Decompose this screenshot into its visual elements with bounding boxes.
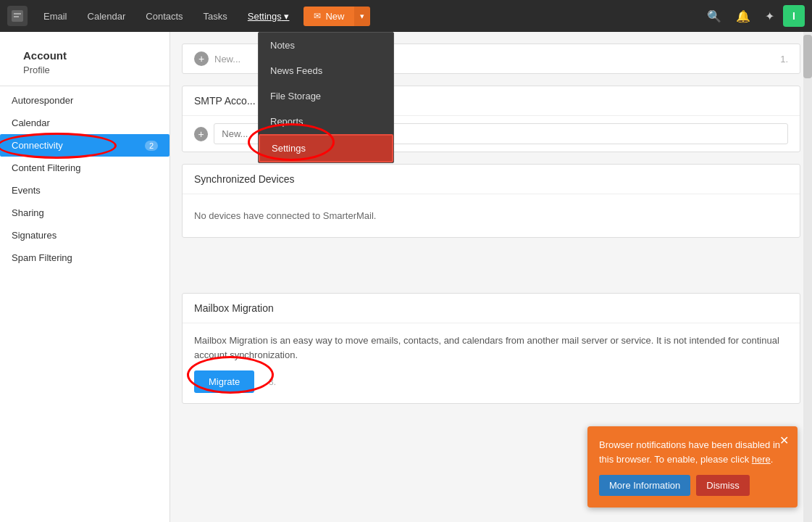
synchronized-devices-body: No devices have connected to SmarterMail… bbox=[183, 194, 800, 237]
migration-description: Mailbox Migration is an easy way to move… bbox=[194, 334, 788, 362]
sidebar-item-connectivity[interactable]: Connectivity 2 bbox=[0, 134, 169, 157]
scrollbar-thumb[interactable] bbox=[803, 35, 812, 78]
sidebar-item-events[interactable]: Events bbox=[0, 179, 169, 202]
sidebar-divider-1 bbox=[0, 86, 169, 86]
notification-text: Browser notifications have been disabled… bbox=[599, 438, 786, 466]
dropdown-reports[interactable]: Reports bbox=[259, 109, 393, 134]
sidebar-item-content-filtering[interactable]: Content Filtering bbox=[0, 157, 169, 179]
devices-message: No devices have connected to SmarterMail… bbox=[194, 204, 788, 227]
add-button-1[interactable]: + bbox=[194, 51, 209, 66]
notification-banner: ✕ Browser notifications have been disabl… bbox=[587, 426, 798, 508]
notification-link[interactable]: here bbox=[752, 454, 771, 465]
step-3-label: 3. bbox=[269, 377, 276, 387]
nav-settings[interactable]: Settings ▾ bbox=[239, 7, 298, 26]
sidebar-account: Account bbox=[12, 42, 158, 63]
svg-rect-2 bbox=[14, 16, 19, 17]
sidebar: Account Profile Autoresponder Calendar C… bbox=[0, 32, 170, 522]
nav-tasks[interactable]: Tasks bbox=[195, 7, 236, 26]
sidebar-profile[interactable]: Profile bbox=[12, 63, 158, 83]
step-1-label: 1. bbox=[780, 54, 788, 65]
scrollbar-track[interactable] bbox=[803, 32, 812, 522]
dropdown-file-storage[interactable]: File Storage bbox=[259, 83, 393, 109]
migrate-btn-wrapper: Migrate bbox=[194, 362, 254, 393]
sidebar-connectivity-wrapper: Connectivity 2 bbox=[0, 134, 169, 157]
dropdown-news-feeds[interactable]: News Feeds bbox=[259, 58, 393, 83]
sidebar-item-signatures[interactable]: Signatures bbox=[0, 224, 169, 246]
notification-actions: More Information Dismiss bbox=[599, 475, 786, 496]
dismiss-button[interactable]: Dismiss bbox=[696, 475, 750, 496]
sidebar-item-sharing[interactable]: Sharing bbox=[0, 202, 169, 224]
notification-close-button[interactable]: ✕ bbox=[779, 434, 789, 447]
new-label-1: New... bbox=[214, 54, 240, 65]
nav-email[interactable]: Email bbox=[35, 7, 76, 26]
settings-dropdown: Notes News Feeds File Storage Reports Se… bbox=[258, 32, 394, 163]
synchronized-devices-card: Synchronized Devices No devices have con… bbox=[182, 164, 800, 238]
mailbox-migration-header: Mailbox Migration bbox=[183, 294, 800, 323]
search-icon[interactable]: 🔍 bbox=[701, 5, 727, 28]
new-button[interactable]: ✉ New bbox=[304, 7, 354, 26]
avatar[interactable]: I bbox=[783, 5, 805, 27]
content-spacer bbox=[182, 249, 800, 293]
new-button-group: ✉ New ▾ bbox=[304, 7, 370, 26]
app-logo bbox=[7, 6, 28, 26]
connectivity-badge: 2 bbox=[145, 141, 158, 151]
smtp-add-button[interactable]: + bbox=[194, 127, 208, 141]
synchronized-devices-header: Synchronized Devices bbox=[183, 165, 800, 194]
nav-calendar[interactable]: Calendar bbox=[79, 7, 135, 26]
bell-icon[interactable]: 🔔 bbox=[730, 5, 756, 28]
sidebar-item-spam-filtering[interactable]: Spam Filtering bbox=[0, 246, 169, 269]
sidebar-item-autoresponder[interactable]: Autoresponder bbox=[0, 89, 169, 112]
new-button-dropdown[interactable]: ▾ bbox=[354, 7, 370, 26]
dropdown-notes[interactable]: Notes bbox=[259, 33, 393, 58]
mailbox-migration-card: Mailbox Migration Mailbox Migration is a… bbox=[182, 293, 800, 404]
more-information-button[interactable]: More Information bbox=[599, 475, 690, 496]
sidebar-item-calendar[interactable]: Calendar bbox=[0, 112, 169, 134]
top-navigation: Email Calendar Contacts Tasks Settings ▾… bbox=[0, 0, 812, 32]
dropdown-settings[interactable]: Settings bbox=[259, 134, 393, 162]
svg-rect-1 bbox=[14, 13, 21, 14]
mailbox-migration-body: Mailbox Migration is an easy way to move… bbox=[183, 323, 800, 403]
migrate-button[interactable]: Migrate bbox=[194, 370, 254, 393]
brightness-icon[interactable]: ✦ bbox=[759, 5, 780, 28]
nav-contacts[interactable]: Contacts bbox=[137, 7, 191, 26]
